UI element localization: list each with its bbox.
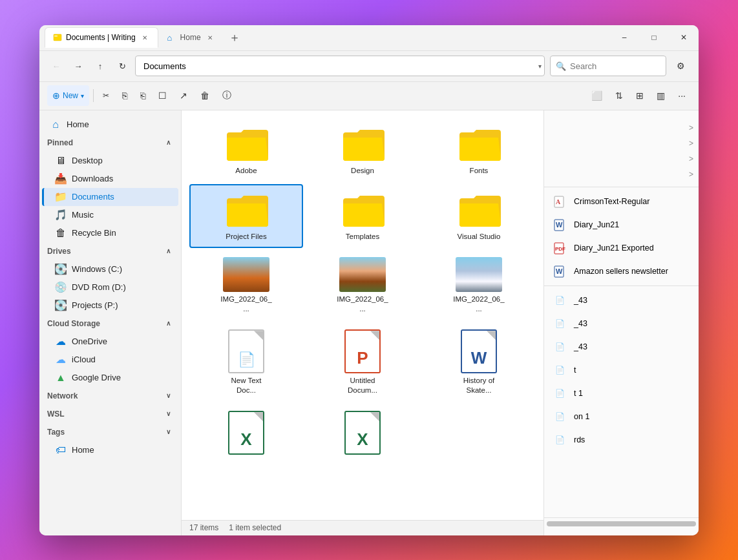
file-name-doc1: History of Skate... (453, 376, 505, 395)
file-item-img2[interactable]: IMG_2022_06_... (306, 251, 419, 320)
file-item-ppt1[interactable]: P Untitled Docum... (306, 323, 419, 402)
projects-p-icon: 💽 (55, 300, 67, 311)
file-item-visual-studio[interactable]: Visual Studio (422, 184, 536, 248)
pinned-section-header[interactable]: Pinned ∧ (39, 134, 181, 152)
sidebar-icloud-label: iCloud (72, 355, 171, 364)
file-name-ppt1: Untitled Docum... (337, 376, 388, 395)
sidebar-item-desktop[interactable]: 🖥 Desktop 📌 (42, 152, 178, 170)
more-options-button[interactable]: ··· (673, 85, 691, 106)
rp-icon-6: 📄 (552, 316, 567, 331)
up-button[interactable]: ↑ (91, 57, 109, 75)
rp-item-11[interactable]: 📄 rds (544, 428, 699, 451)
file-item-xlsx2[interactable]: X (306, 404, 419, 464)
new-tab-button[interactable]: ＋ (226, 28, 244, 47)
settings-button[interactable]: ⚙ (670, 56, 691, 76)
rename-button[interactable]: ☐ (153, 85, 172, 106)
sidebar-item-google-drive[interactable]: ▲ Google Drive (42, 369, 178, 387)
cloud-storage-section-header[interactable]: Cloud Storage ∧ (39, 315, 181, 333)
rp-item-7[interactable]: 📄 _43 (544, 335, 699, 358)
rp-item-5[interactable]: 📄 _43 (544, 289, 699, 312)
rp-item-diary-exported[interactable]: PDF Diary_Jun21 Exported (544, 236, 699, 260)
refresh-button[interactable]: ↻ (113, 57, 131, 75)
file-item-xlsx1[interactable]: X (189, 404, 303, 464)
sidebar-item-documents[interactable]: 📁 Documents 📌 (42, 188, 178, 206)
img-desert-visual (223, 257, 269, 292)
right-panel: > > > > A (543, 110, 699, 535)
rp-item-10-label: on 1 (574, 412, 589, 421)
sidebar-item-home-tag[interactable]: 🏷 Home (42, 441, 178, 459)
word-file-icon-1: W (552, 217, 567, 233)
wsl-label: WSL (47, 410, 65, 419)
tab-2-close[interactable]: ✕ (205, 32, 215, 43)
rp-scrollbar-thumb[interactable] (547, 521, 696, 526)
rp-scrollbar-area (544, 517, 699, 530)
svg-text:A: A (556, 198, 561, 205)
rp-diary-label: Diary_Jun21 (574, 220, 619, 229)
tags-collapse-arrow: ∨ (163, 427, 173, 437)
sidebar-item-dvd-d[interactable]: 💿 DVD Rom (D:) (42, 278, 178, 296)
rename-icon: ☐ (158, 90, 167, 101)
folder-icon-fonts (456, 125, 502, 163)
search-input[interactable] (570, 61, 648, 71)
network-section-header[interactable]: Network ∨ (39, 387, 181, 405)
drives-section-header[interactable]: Drives ∧ (39, 242, 181, 260)
file-item-design[interactable]: Design (306, 118, 419, 182)
sidebar-item-onedrive[interactable]: ☁ OneDrive (42, 333, 178, 351)
rp-item-8[interactable]: 📄 t (544, 358, 699, 382)
rp-item-amazon[interactable]: W Amazon sellers newsletter (544, 260, 699, 283)
tags-section-header[interactable]: Tags ∨ (39, 423, 181, 441)
address-input[interactable] (135, 56, 545, 76)
file-item-project-files[interactable]: Project Files (189, 184, 303, 248)
back-button[interactable]: ← (47, 57, 65, 75)
rp-item-10[interactable]: 📄 on 1 (544, 405, 699, 428)
info-button[interactable]: ⓘ (217, 85, 237, 106)
rp-icon-11: 📄 (552, 432, 567, 448)
file-item-img1[interactable]: IMG_2022_06_... (189, 251, 303, 320)
rp-item-6[interactable]: 📄 _43 (544, 312, 699, 335)
tab-1-close[interactable]: ✕ (140, 32, 150, 43)
close-button[interactable]: ✕ (669, 27, 699, 48)
tab-documents-writing[interactable]: Documents | Writing ✕ (45, 27, 158, 48)
delete-icon: 🗑 (200, 90, 209, 101)
forward-button[interactable]: → (69, 57, 87, 75)
file-item-doc1[interactable]: W History of Skate... (422, 323, 536, 402)
wsl-section-header[interactable]: WSL ∨ (39, 405, 181, 423)
file-item-templates[interactable]: Templates (306, 184, 419, 248)
sidebar-item-icloud[interactable]: ☁ iCloud (42, 351, 178, 369)
copy-icon: ⎘ (122, 90, 127, 101)
sidebar-item-projects-p[interactable]: 💽 Projects (P:) (42, 296, 178, 315)
file-item-adobe[interactable]: Adobe (189, 118, 303, 182)
sidebar-windows-c-label: Windows (C:) (72, 264, 171, 274)
file-item-fonts[interactable]: Fonts (422, 118, 536, 182)
copy-button[interactable]: ⎘ (117, 85, 132, 106)
sidebar-item-home-top[interactable]: ⌂ Home (42, 116, 178, 134)
dvd-d-icon: 💿 (55, 282, 67, 293)
rp-item-diary[interactable]: W Diary_Jun21 (544, 213, 699, 236)
pane-toggle-button[interactable]: ▥ (651, 85, 670, 106)
address-dropdown-arrow[interactable]: ▾ (533, 56, 546, 76)
new-button[interactable]: ⊕ New ▾ (47, 85, 89, 106)
view-button[interactable]: ⊞ (631, 85, 649, 106)
thumbnail-view-button[interactable]: ⬜ (586, 85, 607, 106)
minimize-button[interactable]: – (609, 27, 639, 48)
window-controls: – □ ✕ (609, 27, 699, 48)
sidebar-item-windows-c[interactable]: 💽 Windows (C:) (42, 260, 178, 278)
cut-button[interactable]: ✂ (98, 85, 114, 106)
doc-icon-excel2: X (344, 411, 381, 455)
sidebar-item-downloads[interactable]: 📥 Downloads 📌 (42, 170, 178, 188)
sidebar-item-recycle-bin[interactable]: 🗑 Recycle Bin 📌 (42, 224, 178, 242)
share-button[interactable]: ↗ (174, 85, 193, 106)
file-item-txt1[interactable]: 📄 New Text Doc... (189, 323, 303, 402)
rp-item-crimson[interactable]: A CrimsonText-Regular (544, 190, 699, 213)
delete-button[interactable]: 🗑 (195, 85, 215, 106)
folder-icon-templates (339, 191, 386, 229)
maximize-button[interactable]: □ (639, 27, 669, 48)
desktop-icon: 🖥 (55, 155, 67, 167)
file-item-img3[interactable]: IMG_2022_06_... (422, 251, 536, 320)
sort-button[interactable]: ⇅ (610, 85, 628, 106)
word-file-icon-2: W (552, 264, 567, 279)
sidebar-item-music[interactable]: 🎵 Music 📌 (42, 206, 178, 224)
tab-home[interactable]: ⌂ Home ✕ (160, 27, 223, 48)
rp-item-9[interactable]: 📄 t 1 (544, 382, 699, 405)
paste-button[interactable]: ⎗ (135, 85, 151, 106)
